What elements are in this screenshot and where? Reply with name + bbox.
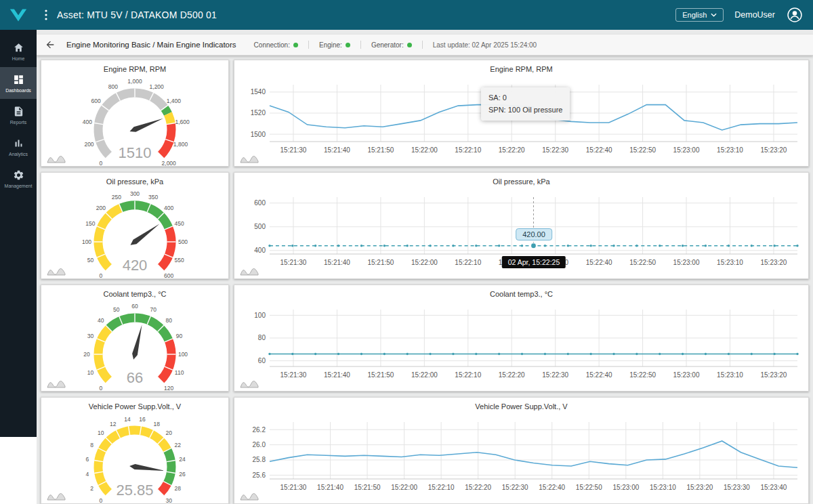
sidebar-label: Reports xyxy=(10,120,27,125)
x-tick-label: 15:21:30 xyxy=(280,259,307,266)
gauge-tick-label: 500 xyxy=(178,238,188,245)
gauge-band xyxy=(165,108,168,114)
x-tick-label: 15:22:40 xyxy=(539,484,565,491)
gauge-tick-label: 1,400 xyxy=(167,98,182,104)
datazoom-icon[interactable] xyxy=(240,492,259,501)
logo-chevron-icon xyxy=(8,5,28,25)
gauge-title: Vehicle Power Supp.Volt., V xyxy=(41,398,228,413)
chart-title: Oil pressure, kPa xyxy=(234,173,808,188)
dashboard-row-oil-pressure: Oil pressure, kPa 0501001502002503003504… xyxy=(41,172,809,279)
gauge-title: Engine RPM, RPM xyxy=(41,60,228,75)
gauge-tick-label: 50 xyxy=(113,306,120,313)
sidebar-item-home[interactable]: Home xyxy=(0,35,37,67)
sidebar-item-reports[interactable]: Reports xyxy=(0,99,37,131)
y-tick-label: 25.6 xyxy=(253,471,266,479)
dashboard-content: Engine RPM, RPM 02004006008001,0001,2001… xyxy=(37,56,813,504)
gauge-tick-label: 110 xyxy=(175,369,184,376)
x-tick-label: 15:22:30 xyxy=(542,371,568,379)
x-tick-label: 15:22:20 xyxy=(499,371,525,379)
gauge-tick-label: 100 xyxy=(82,238,91,245)
engine-rpm-gauge: 02004006008001,0001,2001,4001,6001,8002,… xyxy=(54,75,216,166)
app-logo[interactable] xyxy=(0,0,37,30)
gauge-value: 1510 xyxy=(119,144,152,161)
x-tick-label: 15:22:20 xyxy=(465,484,491,491)
gauge-tick-label: 200 xyxy=(84,141,93,148)
chart-card-supply-voltage: Vehicle Power Supp.Volt., V 25.625.826.0… xyxy=(234,397,809,504)
datazoom-icon[interactable] xyxy=(240,268,259,276)
dashboard-row-coolant-temp: Coolant temp3., °C 010203040506070809010… xyxy=(41,285,809,392)
x-tick-label: 15:22:00 xyxy=(411,259,438,266)
gauge-tick-label: 1,600 xyxy=(175,119,190,125)
gauge-tick-label: 0 xyxy=(99,160,102,166)
x-tick-label: 15:21:50 xyxy=(367,259,394,266)
x-tick-label: 15:23:40 xyxy=(761,484,787,491)
gauge-card-oil-pressure: Oil pressure, kPa 0501001502002503003504… xyxy=(41,172,229,279)
y-tick-label: 400 xyxy=(254,247,266,254)
gauge-tick-label: 6 xyxy=(86,456,89,463)
datazoom-icon[interactable] xyxy=(47,380,66,388)
sidebar-label: Analytics xyxy=(9,152,28,156)
gauge-value: 66 xyxy=(127,369,143,386)
datazoom-icon[interactable] xyxy=(47,492,66,501)
dashboards-icon xyxy=(13,74,24,85)
x-tick-label: 15:21:40 xyxy=(324,371,350,379)
gauge-tick-label: 1,000 xyxy=(127,78,142,85)
divider xyxy=(360,41,361,49)
language-select[interactable]: English xyxy=(675,8,724,22)
x-tick-label: 15:22:50 xyxy=(629,259,656,266)
gauge-tick-label: 12 xyxy=(110,421,117,427)
main-area: Engine Monitoring Basic / Main Engine In… xyxy=(37,30,813,504)
chart-card-oil-pressure: Oil pressure, kPa 40050060015:21:3015:21… xyxy=(234,172,809,279)
gauge-card-engine-rpm: Engine RPM, RPM 02004006008001,0001,2001… xyxy=(41,60,229,167)
gauge-tick-label: 1,200 xyxy=(150,83,165,90)
y-tick-label: 80 xyxy=(258,334,266,341)
datazoom-icon[interactable] xyxy=(240,380,259,388)
gauge-title: Coolant temp3., °C xyxy=(41,285,228,300)
user-avatar-icon[interactable] xyxy=(786,6,804,24)
gauge-tick-label: 0 xyxy=(99,497,102,503)
gauge-tick-label: 0 xyxy=(99,385,102,391)
x-tick-label: 15:21:50 xyxy=(354,484,381,491)
y-tick-label: 1520 xyxy=(251,109,266,117)
x-tick-label: 15:23:20 xyxy=(761,146,787,154)
x-tick-label: 15:23:00 xyxy=(673,259,700,266)
gauge-tick-label: 10 xyxy=(98,429,104,436)
x-tick-label: 15:23:20 xyxy=(761,371,787,379)
x-tick-label: 15:23:10 xyxy=(717,146,743,154)
x-tick-label: 15:22:40 xyxy=(586,259,612,266)
x-tick-label: 15:22:50 xyxy=(576,484,602,491)
gauge-tick-label: 30 xyxy=(165,497,172,503)
back-button[interactable] xyxy=(45,39,56,50)
gauge-band xyxy=(161,484,167,493)
kebab-menu-icon[interactable] xyxy=(43,8,49,22)
gauge-tick-label: 50 xyxy=(87,257,94,264)
gauge-band xyxy=(161,340,171,380)
sidebar-item-management[interactable]: Management xyxy=(0,163,37,194)
sidebar-item-dashboards[interactable]: Dashboards xyxy=(0,67,37,99)
gauge-tick-label: 200 xyxy=(96,205,106,211)
x-tick-label: 15:22:30 xyxy=(502,484,528,491)
gauge-tick-label: 400 xyxy=(164,205,173,211)
datazoom-icon[interactable] xyxy=(240,155,259,163)
coolant-temp-line-chart[interactable]: 608010015:21:3015:21:4015:21:5015:22:001… xyxy=(240,300,803,387)
gauge-tick-label: 10 xyxy=(87,369,94,376)
gauge-tick-label: 14 xyxy=(124,416,131,423)
sidebar-item-analytics[interactable]: Analytics xyxy=(0,131,37,163)
x-tick-label: 15:23:00 xyxy=(673,146,700,154)
datazoom-icon[interactable] xyxy=(47,268,66,276)
gauge-tick-label: 400 xyxy=(83,119,92,125)
gauge-tick-label: 550 xyxy=(175,257,184,264)
x-tick-label: 15:21:30 xyxy=(280,146,307,154)
datazoom-icon[interactable] xyxy=(47,155,66,163)
status-label: Connection: xyxy=(254,41,290,49)
x-tick-label: 15:21:50 xyxy=(367,371,394,379)
status-engine: Engine: xyxy=(319,41,350,49)
x-tick-label: 15:22:40 xyxy=(586,146,612,154)
y-tick-label: 600 xyxy=(254,199,266,207)
management-icon xyxy=(13,169,24,181)
gauge-tick-label: 30 xyxy=(87,333,94,339)
gauge-tick-label: 26 xyxy=(179,471,186,478)
analytics-icon xyxy=(13,138,24,149)
supply-voltage-line-chart[interactable]: 25.625.826.026.215:21:3015:21:4015:21:50… xyxy=(240,413,803,499)
y-tick-label: 1500 xyxy=(251,131,266,138)
